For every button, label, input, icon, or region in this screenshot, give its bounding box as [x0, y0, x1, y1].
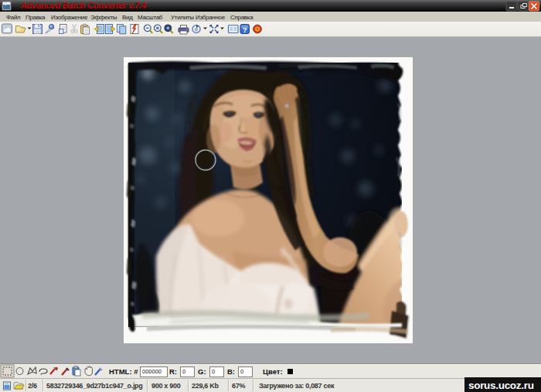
svg-text:?: ? [243, 26, 247, 34]
